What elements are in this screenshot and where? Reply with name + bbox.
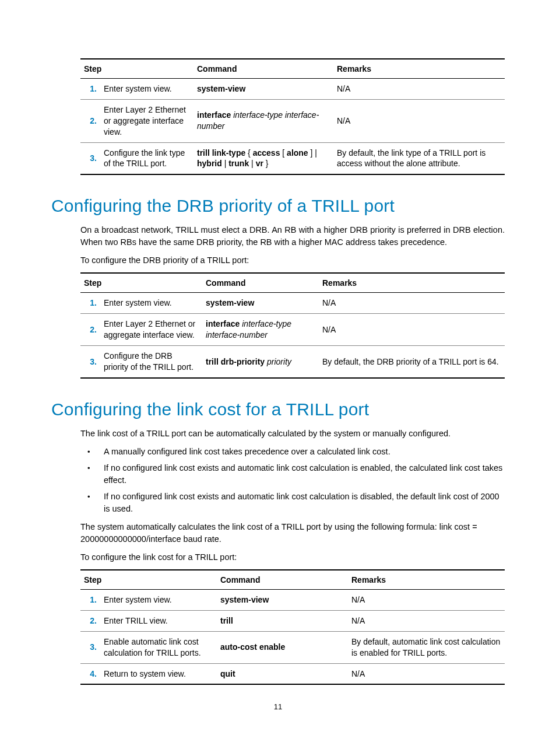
table-row: 3. Configure the link type of the TRILL … (80, 142, 505, 174)
heading-link-cost: Configuring the link cost for a TRILL po… (51, 400, 505, 419)
cmd-bold: system-view (197, 84, 245, 93)
remarks-cell: N/A (319, 314, 505, 346)
step-desc: Configure the link type of the TRILL por… (100, 142, 193, 174)
step-num: 1. (80, 589, 100, 610)
list-item: If no configured link cost exists and au… (98, 462, 505, 487)
cmd-italic: priority (267, 357, 291, 366)
table-link-type: Step Command Remarks 1. Enter system vie… (80, 58, 505, 175)
page-number: 11 (51, 702, 505, 711)
step-num: 2. (80, 314, 100, 346)
table-row: 1. Enter system view. system-view N/A (80, 589, 505, 610)
th-command: Command (202, 273, 319, 293)
step-num: 2. (80, 99, 100, 142)
step-desc: Enter system view. (100, 79, 193, 100)
para: To configure the link cost for a TRILL p… (80, 551, 505, 564)
remarks-cell: By default, the link type of a TRILL por… (333, 142, 505, 174)
table-drb-priority: Step Command Remarks 1. Enter system vie… (80, 272, 505, 378)
remarks-cell: By default, the DRB priority of a TRILL … (319, 346, 505, 378)
cmd-bold: interface (206, 319, 240, 328)
cmd-bold: interface (197, 110, 231, 120)
para: To configure the DRB priority of a TRILL… (80, 254, 505, 267)
list-item: A manually configured link cost takes pr… (98, 446, 505, 458)
table-row: 2. Enter Layer 2 Ethernet or aggregate i… (80, 99, 505, 142)
step-desc: Enter system view. (100, 293, 202, 314)
step-desc: Enter TRILL view. (100, 610, 217, 631)
step-num: 3. (80, 142, 100, 174)
table-row: 3. Enable automatic link cost calculatio… (80, 631, 505, 663)
step-num: 2. (80, 610, 100, 631)
step-desc: Enter Layer 2 Ethernet or aggregate inte… (100, 314, 202, 346)
table1-wrap: Step Command Remarks 1. Enter system vie… (51, 58, 505, 175)
para: The system automatically calculates the … (80, 521, 505, 545)
step-desc: Configure the DRB priority of the TRILL … (100, 346, 202, 378)
table-row: 1. Enter system view. system-view N/A (80, 293, 505, 314)
cmd-bold: quit (220, 669, 235, 678)
command-cell: system-view (193, 79, 333, 100)
cmd-bold: system-view (220, 595, 269, 604)
list-item: If no configured link cost exists and au… (98, 491, 505, 515)
table-header-row: Step Command Remarks (80, 59, 505, 79)
table-header-row: Step Command Remarks (80, 570, 505, 590)
heading-drb-priority: Configuring the DRB priority of a TRILL … (51, 196, 505, 216)
command-cell: auto-cost enable (217, 631, 348, 663)
step-desc: Return to system view. (100, 663, 217, 684)
table-header-row: Step Command Remarks (80, 273, 505, 293)
table-row: 2. Enter TRILL view. trill N/A (80, 610, 505, 631)
table-row: 1. Enter system view. system-view N/A (80, 79, 505, 100)
cmd-bold: system-view (206, 298, 254, 307)
remarks-cell: N/A (333, 79, 505, 100)
step-num: 1. (80, 79, 100, 100)
step-desc: Enter Layer 2 Ethernet or aggregate inte… (100, 99, 193, 142)
remarks-cell: N/A (348, 589, 505, 610)
section1-body: On a broadcast network, TRILL must elect… (51, 224, 505, 379)
step-num: 1. (80, 293, 100, 314)
th-command: Command (193, 59, 333, 79)
remarks-cell: N/A (333, 99, 505, 142)
command-cell: trill (217, 610, 348, 631)
command-cell: quit (217, 663, 348, 684)
command-cell: interface interface-type interface-numbe… (202, 314, 319, 346)
step-num: 4. (80, 663, 100, 684)
para: On a broadcast network, TRILL must elect… (80, 224, 505, 249)
th-step: Step (80, 570, 217, 590)
command-cell: trill drb-priority priority (202, 346, 319, 378)
step-desc: Enter system view. (100, 589, 217, 610)
cmd-bold: auto-cost enable (220, 642, 285, 652)
section2-body: The link cost of a TRILL port can be aut… (51, 428, 505, 685)
para: The link cost of a TRILL port can be aut… (80, 428, 505, 440)
command-cell: interface interface-type interface-numbe… (193, 99, 333, 142)
document-page: Step Command Remarks 1. Enter system vie… (0, 0, 556, 734)
th-step: Step (80, 273, 202, 293)
table-row: 2. Enter Layer 2 Ethernet or aggregate i… (80, 314, 505, 346)
bullet-list: A manually configured link cost takes pr… (80, 446, 505, 515)
remarks-cell: N/A (348, 663, 505, 684)
command-cell: system-view (217, 589, 348, 610)
remarks-cell: N/A (348, 610, 505, 631)
cmd-bold: trill (220, 616, 233, 625)
table-row: 4. Return to system view. quit N/A (80, 663, 505, 684)
th-remarks: Remarks (333, 59, 505, 79)
step-desc: Enable automatic link cost calculation f… (100, 631, 217, 663)
th-remarks: Remarks (319, 273, 505, 293)
step-num: 3. (80, 346, 100, 378)
command-cell: system-view (202, 293, 319, 314)
cmd-bold: trill drb-priority (206, 357, 265, 366)
table-link-cost: Step Command Remarks 1. Enter system vie… (80, 569, 505, 685)
remarks-cell: N/A (319, 293, 505, 314)
command-cell: trill link-type { access [ alone ] | hyb… (193, 142, 333, 174)
remarks-cell: By default, automatic link cost calculat… (348, 631, 505, 663)
step-num: 3. (80, 631, 100, 663)
table-row: 3. Configure the DRB priority of the TRI… (80, 346, 505, 378)
th-step: Step (80, 59, 193, 79)
th-remarks: Remarks (348, 570, 505, 590)
th-command: Command (217, 570, 348, 590)
